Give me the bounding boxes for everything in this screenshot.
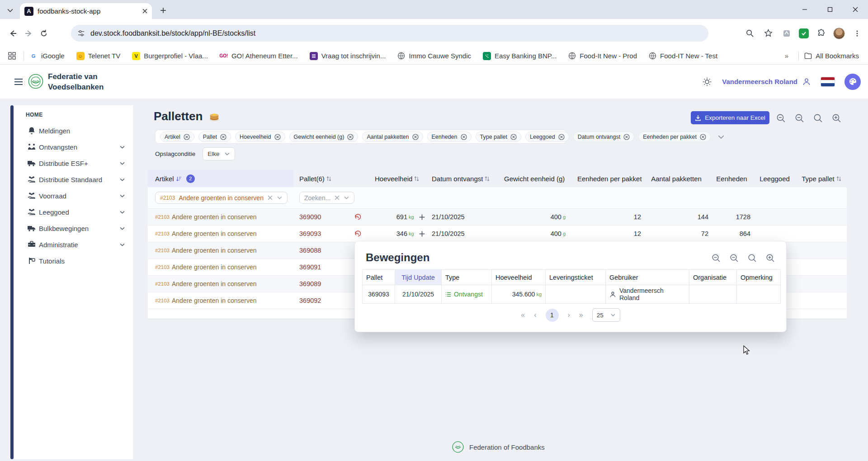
all-bookmarks-button[interactable]: All Bookmarks (804, 52, 859, 60)
table-row[interactable]: #2103Andere groenten in conserven 369093… (148, 226, 847, 242)
pallet-link[interactable]: 369092 (299, 297, 321, 304)
sidebar-item-distributie-standaard[interactable]: Distributie Standaard (14, 171, 133, 188)
search-icon[interactable] (747, 253, 757, 263)
chevron-down-icon[interactable] (277, 195, 283, 201)
previous-page-button[interactable]: ‹ (534, 311, 536, 319)
zoom-out-icon[interactable] (794, 113, 805, 123)
new-tab-button[interactable] (157, 5, 169, 16)
apps-grid-icon[interactable] (5, 50, 18, 62)
zoom-page-icon[interactable] (743, 27, 756, 40)
column-header-tijd-update[interactable]: Tijd Update (395, 270, 442, 285)
theme-toggle-icon[interactable] (702, 77, 712, 87)
bookmarks-overflow-chevron[interactable]: » (785, 52, 788, 60)
extensions-puzzle-icon[interactable] (815, 27, 827, 40)
chevron-down-icon[interactable] (344, 195, 349, 201)
column-header-organisatie[interactable]: Organisatie (689, 270, 737, 285)
pallet-link[interactable]: 369093 (299, 230, 321, 237)
close-icon[interactable] (461, 134, 467, 140)
bookmark-star-icon[interactable] (762, 27, 774, 40)
sidebar-item-distributie-esf[interactable]: Distributie ESF+ (14, 155, 133, 171)
sidebar-item-voorraad[interactable]: Voorraad (14, 188, 133, 204)
add-quantity-icon[interactable] (419, 214, 425, 221)
table-row[interactable]: #2103Andere groenten in conserven 369090… (148, 209, 847, 226)
clear-filter-icon[interactable] (267, 195, 273, 201)
zoom-out-icon[interactable] (711, 253, 721, 263)
first-page-button[interactable]: « (521, 311, 525, 319)
maximize-button[interactable] (817, 0, 843, 19)
browser-tab[interactable]: A foodbanks-stock-app (20, 3, 152, 19)
search-icon[interactable] (813, 113, 823, 123)
chip-datum-ontvangst[interactable]: Datum ontvangst (573, 132, 635, 142)
column-header-aantal-pakketten[interactable]: Aantal pakketten (642, 175, 710, 183)
bookmark-foodit-prod[interactable]: Food-It New - Prod (568, 52, 637, 60)
close-icon[interactable] (274, 134, 281, 140)
sidebar-item-administratie[interactable]: Administratie (14, 236, 133, 253)
close-icon[interactable] (347, 134, 354, 140)
theme-palette-button[interactable] (844, 74, 861, 90)
minimize-button[interactable] (792, 0, 817, 19)
tab-search-icon[interactable] (5, 5, 15, 15)
close-icon[interactable] (558, 134, 565, 140)
close-icon[interactable] (510, 134, 517, 140)
back-icon[interactable] (5, 26, 21, 41)
column-header-hoeveelheid[interactable]: Hoeveelheid (492, 270, 546, 285)
artikel-filter-chip[interactable]: #2103 Andere groenten in conserven (155, 192, 288, 204)
chip-leeggoed[interactable]: Leeggoed (525, 132, 569, 142)
column-header-leveringsticket[interactable]: Leveringsticket (546, 270, 606, 285)
zoom-in-icon[interactable] (831, 113, 842, 123)
chip-aantal-pakketten[interactable]: Aantal pakketten (362, 132, 423, 142)
storage-condition-select[interactable]: Elke (203, 147, 235, 160)
sidebar-scrollbar[interactable] (10, 105, 14, 459)
column-header-datum[interactable]: Datum ontvangst (425, 175, 502, 183)
bookmark-go-atheneum[interactable]: GO! GO! Atheneum Etter... (220, 52, 298, 60)
column-header-leeggoed[interactable]: Leeggoed (753, 175, 796, 183)
column-header-pallet[interactable]: Pallet (363, 270, 395, 285)
column-header-pallet[interactable]: Pallet(6) (293, 175, 348, 183)
refresh-icon[interactable] (36, 26, 52, 41)
extension-check-icon[interactable] (799, 28, 809, 38)
url-bar[interactable]: dev.stock.foodbanksit.be/stock/app/nl-BE… (71, 25, 708, 42)
next-page-button[interactable]: › (568, 311, 570, 319)
chip-type-pallet[interactable]: Type pallet (476, 132, 521, 142)
column-header-type-pallet[interactable]: Type pallet (796, 175, 847, 183)
last-page-button[interactable]: » (579, 311, 583, 319)
bookmark-vraag-inschrijving[interactable]: Vraag tot inschrijvin... (310, 52, 386, 60)
pallet-link[interactable]: 369088 (299, 247, 321, 254)
column-header-gebruiker[interactable]: Gebruiker (606, 270, 689, 285)
zoom-in-icon[interactable] (765, 253, 775, 263)
chip-eenheden[interactable]: Eenheden (427, 132, 472, 142)
close-icon[interactable] (623, 134, 630, 140)
page-size-select[interactable]: 25 (592, 308, 620, 322)
bookmark-igoogle[interactable]: G iGoogle (29, 52, 65, 60)
profile-avatar[interactable] (833, 28, 845, 39)
close-icon[interactable] (700, 134, 706, 140)
site-settings-icon[interactable] (77, 29, 85, 37)
sidebar-item-ontvangsten[interactable]: Ontvangsten (14, 139, 133, 155)
zoom-out-icon[interactable] (729, 253, 739, 263)
zoom-out-icon[interactable] (776, 113, 786, 123)
column-header-eenheden[interactable]: Eenheden (710, 175, 753, 183)
column-header-eenheden-per-pakket[interactable]: Eenheden per pakket (575, 175, 642, 183)
chevron-down-icon[interactable] (717, 133, 725, 141)
chip-hoeveelheid[interactable]: Hoeveelheid (235, 132, 285, 142)
chip-pallet[interactable]: Pallet (198, 132, 231, 142)
pallet-link[interactable]: 369091 (299, 263, 321, 271)
language-flag-nl[interactable] (821, 77, 835, 86)
clear-filter-icon[interactable] (334, 195, 340, 201)
history-icon[interactable] (354, 230, 362, 238)
sidebar-item-tutorials[interactable]: Tutorials (14, 253, 133, 269)
bookmark-burgerprofiel[interactable]: V Burgerprofiel - Vlaa... (132, 52, 208, 60)
column-header-hoeveelheid[interactable]: Hoeveelheid (373, 175, 425, 183)
pallet-link[interactable]: 369089 (299, 280, 321, 287)
bookmark-foodit-test[interactable]: Food-IT New - Test (649, 52, 717, 60)
sidebar-item-meldingen[interactable]: Meldingen (14, 122, 133, 139)
close-button[interactable] (843, 0, 868, 19)
extension-gray-icon[interactable] (780, 27, 793, 40)
url-text[interactable]: dev.stock.foodbanksit.be/stock/app/nl-BE… (90, 29, 255, 38)
column-header-opmerking[interactable]: Opmerking (737, 270, 781, 285)
pallet-link[interactable]: 369090 (299, 213, 321, 221)
add-quantity-icon[interactable] (419, 230, 425, 237)
forward-icon[interactable] (21, 26, 36, 41)
chip-artikel[interactable]: Artikel (160, 132, 194, 142)
hamburger-menu-icon[interactable] (13, 76, 24, 88)
